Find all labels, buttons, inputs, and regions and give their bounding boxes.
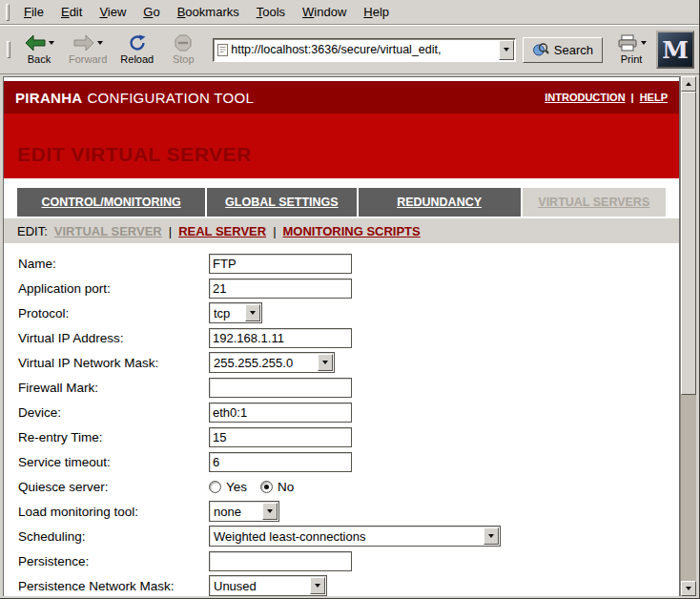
form-row: Quiesce server: Yes No — [18, 474, 679, 499]
help-link[interactable]: HELP — [640, 92, 668, 103]
tab-control-monitoring[interactable]: CONTROL/MONITORING — [17, 188, 205, 217]
load-monitoring-arrow[interactable] — [262, 503, 278, 520]
subnav-real-server-link[interactable]: REAL SERVER — [178, 224, 266, 238]
scroll-down-button[interactable] — [681, 581, 696, 596]
menubar-grip[interactable] — [6, 4, 10, 21]
firewall-mark-input[interactable] — [209, 378, 352, 398]
tab-virtual-servers[interactable]: VIRTUAL SERVERS — [523, 188, 666, 217]
forward-button[interactable]: Forward — [62, 32, 113, 67]
search-icon — [532, 42, 549, 58]
persistence-input[interactable] — [209, 551, 352, 571]
protocol-label: Protocol: — [18, 306, 209, 320]
quiesce-no-label[interactable]: No — [278, 480, 294, 494]
scheduling-arrow[interactable] — [484, 527, 499, 545]
mozilla-logo[interactable]: M — [656, 31, 694, 69]
menu-view[interactable]: View — [91, 2, 134, 22]
persistence-netmask-label: Persistence Network Mask: — [18, 579, 209, 593]
persistence-netmask-value: Unused — [210, 579, 310, 593]
scrollbar-thumb[interactable] — [681, 92, 696, 395]
subnav: EDIT: VIRTUAL SERVER | REAL SERVER | MON… — [4, 218, 679, 243]
back-label: Back — [28, 53, 51, 65]
reentry-time-label: Re-entry Time: — [18, 430, 209, 444]
print-dropdown-arrow[interactable] — [641, 41, 647, 45]
stop-icon — [175, 34, 192, 52]
virtual-ip-input[interactable] — [209, 328, 352, 348]
toolbar-grip[interactable] — [7, 41, 10, 58]
back-button[interactable]: Back — [16, 32, 62, 67]
virtual-ip-label: Virtual IP Address: — [18, 331, 209, 345]
header-link-separator: | — [631, 92, 634, 103]
scroll-up-button[interactable] — [681, 76, 696, 92]
tab-global-settings[interactable]: GLOBAL SETTINGS — [207, 188, 356, 217]
quiesce-yes-radio[interactable] — [209, 481, 221, 493]
print-icon — [617, 34, 638, 52]
navigation-toolbar: Back Forward Reload Stop — [0, 25, 699, 74]
forward-icon — [73, 34, 94, 52]
forward-dropdown-arrow[interactable] — [97, 41, 103, 45]
app-title-rest: CONFIGURATION TOOL — [87, 90, 254, 106]
protocol-select-arrow[interactable] — [245, 304, 260, 321]
piranha-header: PIRANHA CONFIGURATION TOOL INTRODUCTION … — [4, 81, 679, 114]
quiesce-yes-label[interactable]: Yes — [226, 480, 247, 494]
reload-button[interactable]: Reload — [113, 32, 160, 67]
search-button[interactable]: Search — [523, 37, 603, 63]
reentry-time-input[interactable] — [209, 427, 352, 447]
form-row: Persistence Network Mask: Unused — [18, 573, 679, 596]
app-title: PIRANHA CONFIGURATION TOOL — [15, 90, 254, 106]
form-row: Firewall Mark: — [18, 375, 679, 400]
subnav-separator-2: | — [273, 224, 276, 238]
url-input[interactable] — [228, 41, 499, 59]
subnav-virtual-server-link[interactable]: VIRTUAL SERVER — [54, 224, 162, 238]
device-input[interactable] — [209, 403, 352, 423]
tab-redundancy[interactable]: REDUNDANCY — [359, 188, 521, 217]
menu-tools[interactable]: Tools — [248, 2, 294, 22]
scheduling-select[interactable]: Weighted least-connections — [209, 526, 501, 547]
scheduling-value: Weighted least-connections — [210, 529, 484, 544]
header-links: INTRODUCTION | HELP — [545, 92, 668, 103]
scheduling-label: Scheduling: — [18, 529, 209, 544]
url-bar — [213, 38, 516, 62]
menu-window[interactable]: Window — [294, 2, 355, 22]
persistence-netmask-arrow[interactable] — [310, 577, 325, 594]
persistence-netmask-select[interactable]: Unused — [209, 575, 327, 596]
forward-label: Forward — [69, 53, 107, 65]
protocol-select[interactable]: tcp — [209, 302, 262, 323]
page-title: EDIT VIRTUAL SERVER — [17, 143, 252, 166]
search-label: Search — [554, 43, 593, 57]
form-row: Scheduling: Weighted least-connections — [18, 524, 679, 548]
load-monitoring-label: Load monitoring tool: — [18, 505, 209, 519]
page-icon[interactable] — [217, 44, 228, 56]
menu-bookmarks[interactable]: Bookmarks — [169, 2, 248, 22]
service-timeout-input[interactable] — [209, 452, 352, 472]
app-title-strong: PIRANHA — [15, 90, 82, 106]
application-port-input[interactable] — [209, 279, 352, 299]
virtual-ip-netmask-select[interactable]: 255.255.255.0 — [209, 352, 335, 373]
print-label: Print — [621, 53, 643, 65]
vertical-scrollbar[interactable] — [680, 76, 696, 596]
virtual-server-form: Name: Application port: Protocol: tcp Vi… — [4, 243, 679, 596]
print-button[interactable]: Print — [608, 32, 654, 67]
form-row: Name: — [18, 251, 679, 276]
back-dropdown-arrow[interactable] — [49, 41, 54, 45]
page-title-band: EDIT VIRTUAL SERVER — [4, 114, 679, 178]
subnav-separator-1: | — [169, 224, 172, 238]
menu-help[interactable]: Help — [355, 2, 398, 22]
menu-file[interactable]: File — [15, 2, 52, 22]
scrollbar-trough[interactable] — [681, 92, 696, 581]
back-icon — [25, 34, 46, 52]
url-dropdown-button[interactable] — [499, 40, 514, 60]
device-label: Device: — [18, 405, 209, 420]
virtual-ip-netmask-arrow[interactable] — [318, 354, 333, 371]
name-input[interactable] — [209, 254, 352, 274]
application-port-label: Application port: — [18, 281, 209, 296]
menu-edit[interactable]: Edit — [52, 2, 91, 22]
reload-icon — [128, 34, 147, 52]
stop-button[interactable]: Stop — [160, 32, 206, 67]
introduction-link[interactable]: INTRODUCTION — [545, 92, 625, 103]
subnav-monitoring-scripts-link[interactable]: MONITORING SCRIPTS — [283, 224, 421, 238]
virtual-ip-netmask-value: 255.255.255.0 — [210, 356, 318, 370]
quiesce-no-radio[interactable] — [260, 481, 273, 493]
load-monitoring-select[interactable]: none — [209, 501, 279, 522]
form-row: Virtual IP Network Mask: 255.255.255.0 — [18, 350, 679, 375]
menu-go[interactable]: Go — [134, 2, 168, 22]
